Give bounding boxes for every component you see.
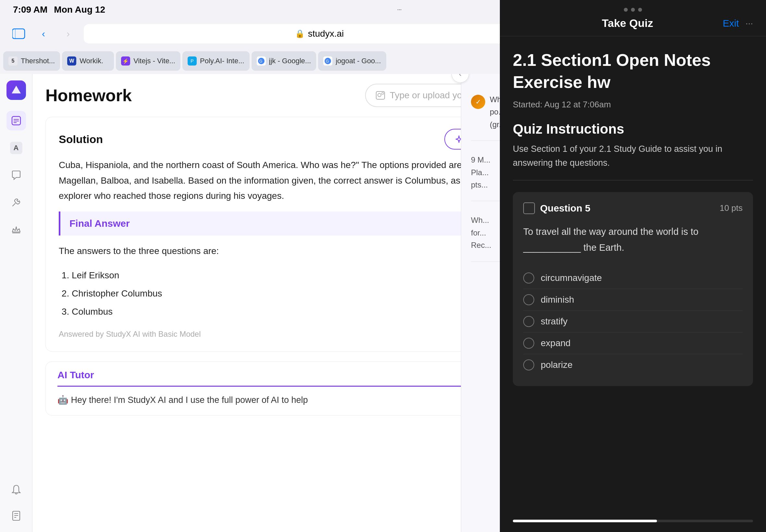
- svg-marker-10: [12, 86, 21, 93]
- quiz-dots: [500, 0, 766, 17]
- quiz-name: 2.1 Section1 Open Notes Exercise hw: [513, 49, 753, 93]
- browser-toolbar: ‹ › 🔒 studyx.ai: [0, 19, 565, 48]
- app-sidebar: A: [0, 74, 32, 532]
- option-b-text: diminish: [541, 295, 574, 305]
- question-card: Question 5 10 pts To travel all the way …: [513, 192, 753, 386]
- svg-rect-5: [15, 29, 16, 39]
- answer-options: circumnavigate diminish stratify expand …: [523, 267, 743, 376]
- option-d-text: expand: [541, 338, 571, 348]
- svg-point-22: [382, 92, 384, 94]
- forward-button[interactable]: ›: [59, 25, 77, 43]
- question-pts: 10 pts: [720, 203, 743, 213]
- sidebar-item-saved[interactable]: [6, 506, 26, 526]
- browser-content-area: A: [0, 74, 565, 532]
- radio-a[interactable]: [523, 272, 534, 284]
- url-bar[interactable]: 🔒 studyx.ai: [84, 24, 555, 43]
- tab-5-label: jjk - Google...: [269, 57, 311, 65]
- quiz-started: Started: Aug 12 at 7:06am: [513, 100, 753, 110]
- credit-text: Answered by StudyX AI with Basic Model: [59, 330, 201, 339]
- lock-icon: 🔒: [295, 29, 305, 38]
- answer-option-d[interactable]: expand: [523, 333, 743, 354]
- tab-4-favicon: P: [188, 56, 197, 66]
- tab-6-label: jogoat - Goo...: [335, 57, 381, 65]
- sidebar-bottom: [6, 480, 26, 526]
- tab-3-label: Vitejs - Vite...: [133, 57, 175, 65]
- time: 7:09 AM: [13, 5, 47, 15]
- question-checkbox[interactable]: [523, 202, 535, 214]
- sidebar-item-homework[interactable]: [6, 111, 26, 130]
- quiz-more-button[interactable]: ···: [746, 18, 753, 29]
- radio-c[interactable]: [523, 316, 534, 327]
- status-bar-center: ···: [397, 7, 402, 13]
- quiz-divider: [513, 180, 753, 180]
- url-text: studyx.ai: [308, 29, 344, 39]
- quiz-overlay: Take Quiz Exit ··· 2.1 Section1 Open Not…: [500, 0, 766, 532]
- tab-1[interactable]: 5 Ther­shot...: [3, 51, 60, 71]
- dot-3: [638, 8, 642, 12]
- svg-text:G: G: [326, 59, 329, 64]
- browser-chrome: ‹ › 🔒 studyx.ai 5 Ther­shot... W Workik.…: [0, 19, 565, 74]
- quiz-header: Take Quiz Exit ···: [500, 17, 766, 36]
- answer-option-b[interactable]: diminish: [523, 289, 743, 311]
- question-number: Question 5: [540, 203, 590, 214]
- option-e-text: polarize: [541, 360, 573, 370]
- question-header-left: Question 5: [523, 202, 590, 214]
- sidebar-item-crown[interactable]: [6, 220, 26, 239]
- tab-6[interactable]: G jogoat - Goo...: [318, 51, 386, 71]
- dot-1: [624, 8, 628, 12]
- radio-d[interactable]: [523, 338, 534, 349]
- answer-option-c[interactable]: stratify: [523, 311, 743, 333]
- option-c-text: stratify: [541, 316, 567, 327]
- svg-text:G: G: [259, 59, 262, 64]
- quiz-instructions-title: Quiz Instructions: [513, 121, 753, 137]
- quiz-body: 2.1 Section1 Open Notes Exercise hw Star…: [500, 36, 766, 520]
- quiz-header-actions: Exit ···: [723, 18, 753, 29]
- answer-option-a[interactable]: circumnavigate: [523, 267, 743, 289]
- tab-5-favicon: G: [257, 56, 266, 66]
- quiz-title: Take Quiz: [602, 17, 653, 30]
- quiz-instructions-text: Use Section 1 of your 2.1 Study Guide to…: [513, 142, 753, 170]
- tab-4-label: Poly.AI- Inte...: [200, 57, 244, 65]
- panel-row-1-badge: ✓: [471, 95, 485, 109]
- back-button[interactable]: ‹: [34, 25, 53, 43]
- sidebar-item-chat[interactable]: [6, 165, 26, 185]
- question-text: To travel all the way around the world i…: [523, 224, 743, 256]
- option-a-text: circumnavigate: [541, 273, 602, 283]
- final-answer-label: Final Answer: [69, 218, 130, 229]
- sidebar-toggle-button[interactable]: [10, 25, 28, 43]
- quiz-progress-fill: [513, 520, 657, 522]
- tab-4[interactable]: P Poly.AI- Inte...: [182, 51, 249, 71]
- tab-1-favicon: 5: [8, 56, 18, 66]
- radio-b[interactable]: [523, 294, 534, 305]
- tab-3-favicon: ⚡: [121, 56, 130, 66]
- tab-5[interactable]: G jjk - Google...: [251, 51, 316, 71]
- quiz-progress-bar: [513, 520, 753, 522]
- panel-row-2-text: 9 M...Pla...pts...: [471, 154, 491, 191]
- browser-tabs: 5 Ther­shot... W Workik. ⚡ Vitejs - Vite…: [0, 48, 565, 74]
- answer-option-e[interactable]: polarize: [523, 354, 743, 376]
- dot-2: [631, 8, 635, 12]
- sidebar-item-tools[interactable]: [6, 193, 26, 212]
- panel-row-3-text: Wh...for...Rec...: [471, 214, 492, 251]
- svg-point-21: [378, 93, 381, 97]
- app-logo: [6, 80, 26, 100]
- tab-2-favicon: W: [67, 56, 76, 66]
- sidebar-item-notifications[interactable]: [6, 480, 26, 500]
- svg-rect-4: [12, 29, 25, 39]
- tab-2[interactable]: W Workik.: [62, 51, 114, 71]
- solution-label: Solution: [59, 133, 103, 146]
- search-bar-image-icon: [375, 91, 385, 100]
- date: Mon Aug 12: [54, 5, 105, 15]
- tab-3[interactable]: ⚡ Vitejs - Vite...: [116, 51, 180, 71]
- dots-icon: ···: [397, 7, 402, 13]
- radio-e[interactable]: [523, 359, 534, 370]
- tab-1-label: Ther­shot...: [21, 57, 55, 65]
- tab-6-favicon: G: [323, 56, 332, 66]
- question-header: Question 5 10 pts: [523, 202, 743, 214]
- sidebar-item-ai[interactable]: A: [6, 138, 26, 158]
- quiz-exit-button[interactable]: Exit: [723, 18, 739, 29]
- tab-2-label: Workik.: [79, 57, 103, 65]
- page-title: Homework: [45, 86, 132, 105]
- status-bar-left: 7:09 AM Mon Aug 12: [13, 5, 105, 15]
